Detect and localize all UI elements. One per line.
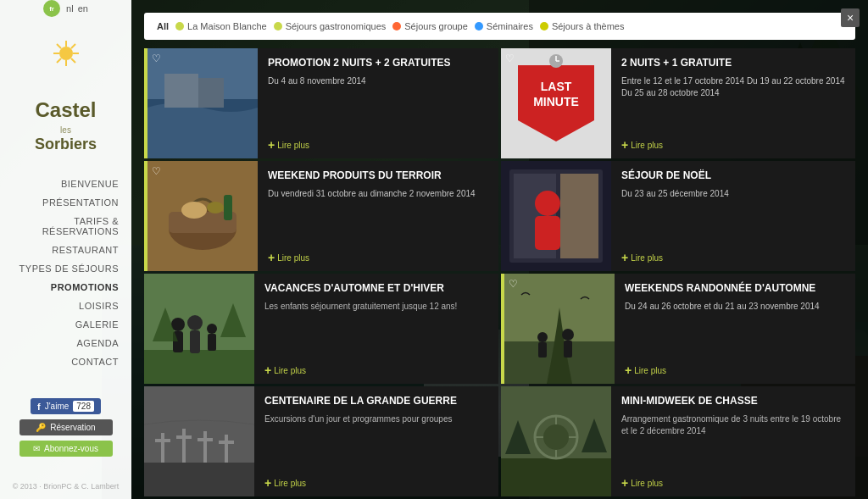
card-image-weekend-terroir: ♡ [147,161,258,271]
plus-icon: + [625,363,632,377]
logo-area: Castel les Sorbiers [0,24,131,166]
card-image-centenaire-guerre [144,386,254,496]
fb-icon: f [37,402,41,412]
svg-rect-33 [224,195,232,220]
card-weekend-terroir: ♡WEEKEND PRODUITS DU TERROIRDu vendredi … [144,161,498,271]
card-link-weekend-terroir[interactable]: + Lire plus [268,251,309,264]
card-image-mini-midweek-chasse [501,386,611,496]
read-more-label: Lire plus [274,366,306,375]
filter-item-2[interactable]: Séjours groupe [392,21,468,31]
subscribe-icon: ✉ [33,444,40,453]
plus-icon: + [621,138,628,152]
filter-dot [392,22,401,30]
language-bar: nl en [43,0,88,17]
svg-rect-59 [161,433,164,463]
subscribe-button[interactable]: ✉ Abonnez-vous [19,441,113,457]
card-date-promo-2nuits: Du 4 au 8 novembre 2014 [268,75,488,87]
nav-item-types[interactable]: TYPES DE SÉJOURS [0,259,131,278]
svg-line-17 [57,58,61,63]
filter-item-3[interactable]: Séminaires [475,21,533,31]
card-link-2nuits-gratuite[interactable]: + Lire plus [621,138,663,152]
fr-flag[interactable] [43,0,60,17]
card-date-sejour-noel: Du 23 au 25 décembre 2014 [621,188,845,200]
card-title-weekends-randonnee: WEEKENDS RANDONNÉE D'AUTOMNE [625,282,845,296]
card-image-vacances-hiver [144,274,254,384]
filter-item-4[interactable]: Séjours à thèmes [540,21,625,31]
nav-item-galerie[interactable]: GALERIE [0,315,131,334]
svg-line-16 [71,44,75,48]
svg-rect-60 [155,439,170,442]
svg-rect-66 [219,441,234,444]
svg-rect-39 [535,216,560,250]
card-link-mini-midweek-chasse[interactable]: + Lire plus [621,476,663,490]
card-link-sejour-noel[interactable]: + Lire plus [621,251,663,264]
plus-icon: + [264,476,271,490]
svg-rect-64 [198,438,213,441]
nav-item-tarifs[interactable]: TARIFS & RÉSERVATIONS [0,212,131,241]
svg-point-47 [207,324,217,334]
read-more-label: Lire plus [634,366,666,375]
filter-all[interactable]: All [157,21,169,31]
filter-item-1[interactable]: Séjours gastronomiques [274,21,387,31]
nav-item-promotions[interactable]: PROMOTIONS [0,278,131,297]
lang-en[interactable]: en [78,3,88,14]
read-more-label: Lire plus [274,479,306,488]
card-title-promo-2nuits: PROMOTION 2 NUITS + 2 GRATUITES [268,57,488,70]
heart-icon[interactable]: ♡ [505,53,515,64]
logo-sorbiers: Sorbiers [35,136,97,152]
card-title-2nuits-gratuite: 2 NUITS + 1 GRATUITE [621,57,845,70]
nav-item-bienvenue[interactable]: BIENVENUE [0,175,131,193]
svg-rect-65 [225,435,228,463]
card-2nuits-gratuite: LAST MINUTE ♡2 NUITS + 1 GRATUITEEntre l… [501,48,855,158]
nav-item-restaurant[interactable]: RESTAURANT [0,241,131,259]
card-title-centenaire-guerre: CENTENAIRE DE LA GRANDE GUERRE [264,395,488,408]
card-link-weekends-randonnee[interactable]: + Lire plus [625,363,666,377]
card-image-promo-2nuits: ♡ [147,48,258,158]
card-desc-mini-midweek-chasse: Arrangement gastronomique de 3 nuits ent… [621,413,845,437]
fb-like-label: J'aime [45,402,70,411]
lang-nl[interactable]: nl [66,3,74,14]
heart-icon[interactable]: ♡ [152,165,161,177]
nav-item-presentation[interactable]: PRÉSENTATION [0,193,131,212]
card-title-vacances-hiver: VACANCES D'AUTOMNE ET D'HIVER [264,282,488,296]
close-button[interactable]: × [841,8,860,27]
filter-item-0[interactable]: La Maison Blanche [175,21,267,31]
card-sejour-noel: SÉJOUR DE NOËLDu 23 au 25 décembre 2014+… [501,161,855,271]
sidebar: nl en Castel les Sorbiers BIENVENUEPRÉSE… [0,0,131,499]
svg-rect-46 [190,330,200,353]
card-link-centenaire-guerre[interactable]: + Lire plus [264,476,306,490]
svg-point-53 [537,332,548,342]
svg-point-45 [187,315,203,330]
read-more-label: Lire plus [277,141,309,150]
card-link-promo-2nuits[interactable]: + Lire plus [268,138,309,152]
plus-icon: + [621,476,628,490]
nav-item-agenda[interactable]: AGENDA [0,334,131,352]
nav-item-contact[interactable]: CONTACT [0,352,131,371]
filter-dot [274,22,282,30]
reservation-button[interactable]: 🔑 Réservation [19,419,113,435]
card-image-weekends-randonnee: ♡ [504,274,615,384]
svg-text:LAST: LAST [541,80,572,93]
card-title-mini-midweek-chasse: MINI-MIDWEEK DE CHASSE [621,395,845,408]
filter-dot [475,22,483,30]
svg-rect-61 [182,429,186,463]
plus-icon: + [264,363,271,377]
nav-item-loisirs[interactable]: LOISIRS [0,297,131,315]
heart-icon[interactable]: ♡ [509,278,518,290]
read-more-label: Lire plus [631,253,663,263]
main-overlay: × All La Maison BlancheSéjours gastronom… [131,0,868,499]
read-more-label: Lire plus [631,141,663,150]
facebook-like-button[interactable]: f J'aime 728 [31,398,101,414]
svg-line-14 [57,44,61,48]
filter-dot [175,22,184,30]
heart-icon[interactable]: ♡ [152,53,161,64]
logo-les: les [60,125,71,135]
card-link-vacances-hiver[interactable]: + Lire plus [264,363,306,377]
card-desc-centenaire-guerre: Excursions d'un jour et programmes pour … [264,413,488,425]
cards-grid: ♡PROMOTION 2 NUITS + 2 GRATUITESDu 4 au … [131,48,868,499]
card-title-sejour-noel: SÉJOUR DE NOËL [621,169,845,183]
svg-rect-42 [144,350,254,384]
card-title-weekend-terroir: WEEKEND PRODUITS DU TERROIR [268,169,488,183]
card-weekends-randonnee: ♡WEEKENDS RANDONNÉE D'AUTOMNEDu 24 au 26… [501,274,855,384]
svg-point-55 [562,329,574,341]
